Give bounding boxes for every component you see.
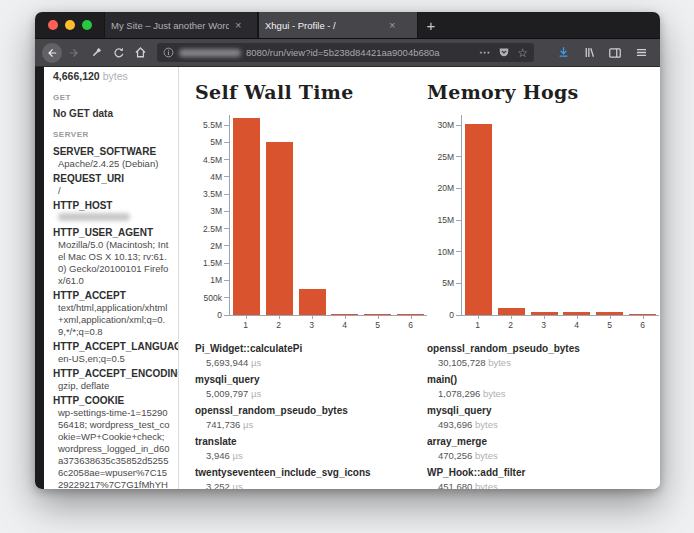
chart-plot-wrap: 123456: [461, 115, 659, 331]
function-value-number: 470,256: [438, 450, 472, 461]
bar[interactable]: [596, 312, 623, 315]
y-axis-tick-label: 4M: [210, 172, 222, 182]
x-axis-tick-label: 5: [593, 316, 626, 331]
developer-tools-button[interactable]: [85, 42, 107, 64]
sidebar-toggle-button[interactable]: [604, 42, 626, 64]
function-list-item: openssl_random_pseudo_bytes741,736 µs: [195, 405, 427, 430]
x-axis-tick-label: 3: [527, 316, 560, 331]
home-icon: [134, 46, 147, 59]
get-section-header: GET: [53, 93, 172, 102]
bar[interactable]: [629, 314, 656, 315]
bar[interactable]: [498, 308, 525, 315]
back-button[interactable]: [41, 42, 63, 64]
forward-button[interactable]: [63, 42, 85, 64]
function-name[interactable]: translate: [195, 436, 427, 448]
bar[interactable]: [364, 314, 391, 315]
window-zoom-button[interactable]: [82, 20, 92, 30]
y-axis-tick-label: 30M: [437, 120, 454, 130]
bar[interactable]: [531, 312, 558, 315]
function-list-item: mysqli_query493,696 bytes: [427, 405, 659, 430]
server-entry-key: HTTP_HOST: [53, 199, 172, 212]
tab-close-icon[interactable]: ×: [235, 19, 241, 31]
window-minimize-button[interactable]: [65, 20, 75, 30]
function-value-number: 30,105,728: [438, 357, 486, 368]
function-value-number: 5,693,944: [206, 357, 248, 368]
server-entries: SERVER_SOFTWAREApache/2.4.25 (Debian)REQ…: [53, 145, 172, 489]
function-list: openssl_random_pseudo_bytes30,105,728 by…: [427, 343, 659, 489]
function-value-unit: bytes: [486, 357, 511, 368]
memory-hogs-section: Memory Hogs 05M10M15M20M25M30M 123456 op…: [427, 73, 659, 489]
window-close-button[interactable]: [48, 20, 58, 30]
x-axis-tick-label: 6: [626, 316, 659, 331]
function-value: 470,256 bytes: [427, 450, 659, 461]
redacted-value-blur: [58, 213, 130, 221]
tab-wordpress-site[interactable]: My Site – Just another WordPress s ×: [104, 12, 258, 38]
function-value: 3,946 µs: [195, 450, 427, 461]
sidebar-icon: [608, 46, 622, 60]
x-axis-tick-label: 2: [494, 316, 527, 331]
function-value: 493,696 bytes: [427, 419, 659, 430]
y-axis-tick-label: 5M: [442, 278, 454, 288]
new-tab-button[interactable]: +: [418, 12, 444, 38]
function-name[interactable]: mysqli_query: [427, 405, 659, 417]
home-button[interactable]: [129, 42, 151, 64]
x-axis-tick-label: 3: [295, 316, 328, 331]
function-list: Pi_Widget::calculatePi5,693,944 µsmysqli…: [195, 343, 427, 489]
hamburger-menu-icon: [635, 46, 648, 59]
bar[interactable]: [266, 142, 293, 315]
function-name[interactable]: twentyseventeen_include_svg_icons: [195, 467, 427, 479]
tab-close-icon[interactable]: ×: [389, 19, 395, 31]
y-axis-tick-label: 25M: [437, 152, 454, 162]
x-axis-tick-label: 6: [394, 316, 427, 331]
function-value-number: 1,078,296: [438, 388, 480, 399]
chart-plot-wrap: 123456: [229, 115, 427, 331]
function-name[interactable]: openssl_random_pseudo_bytes: [195, 405, 427, 417]
function-value: 30,105,728 bytes: [427, 357, 659, 368]
bar[interactable]: [331, 314, 358, 315]
server-entry-key: HTTP_USER_AGENT: [53, 226, 172, 239]
server-entry-value: /: [58, 185, 172, 197]
memory-total-value: 4,666,120: [53, 70, 100, 82]
function-name[interactable]: array_merge: [427, 436, 659, 448]
reload-button[interactable]: [107, 42, 129, 64]
library-button[interactable]: [578, 42, 600, 64]
function-name[interactable]: Pi_Widget::calculatePi: [195, 343, 427, 355]
bar[interactable]: [563, 312, 590, 315]
x-axis-tick-label: 4: [560, 316, 593, 331]
bar[interactable]: [465, 124, 492, 315]
server-entry-key: HTTP_ACCEPT_ENCODING: [53, 367, 172, 380]
site-info-icon[interactable]: [163, 44, 174, 62]
page-actions-icon[interactable]: ⋯: [479, 46, 491, 59]
chart-y-axis: 0500k1M1.5M2M2.5M3M3.5M4M4.5M5M5.5M: [195, 115, 229, 315]
function-name[interactable]: WP_Hook::add_filter: [427, 467, 659, 479]
function-value-unit: bytes: [472, 450, 497, 461]
bar[interactable]: [397, 314, 424, 315]
server-entry-value: en-US,en;q=0.5: [58, 353, 172, 365]
x-axis-tick-label: 4: [328, 316, 361, 331]
bookmark-star-icon[interactable]: ☆: [517, 47, 528, 59]
tab-bar: My Site – Just another WordPress s × Xhg…: [35, 12, 660, 39]
tab-xhgui-profile[interactable]: Xhgui - Profile - / ×: [258, 12, 418, 38]
function-value: 741,736 µs: [195, 419, 427, 430]
function-name[interactable]: main(): [427, 374, 659, 386]
y-axis-tick-label: 1M: [210, 275, 222, 285]
function-list-item: translate3,946 µs: [195, 436, 427, 461]
request-sidebar: 4,666,120 bytes GET No GET data SERVER S…: [44, 67, 179, 489]
chart-title: Memory Hogs: [427, 81, 659, 103]
y-axis-tick-label: 0: [449, 310, 454, 320]
bar[interactable]: [299, 289, 326, 315]
function-name[interactable]: mysqli_query: [195, 374, 427, 386]
downloads-button[interactable]: [552, 42, 574, 64]
url-bar[interactable]: 8080/run/view?id=5b238d84421aa9004b680a …: [157, 43, 534, 62]
y-axis-tick-label: 3.5M: [203, 189, 222, 199]
download-icon: [557, 46, 570, 59]
menu-button[interactable]: [630, 42, 652, 64]
bar[interactable]: [233, 118, 260, 315]
tab-title: Xhgui - Profile - /: [265, 20, 383, 31]
function-value-number: 5,009,797: [206, 388, 248, 399]
server-entry-value: Mozilla/5.0 (Macintosh; Intel Mac OS X 1…: [58, 239, 172, 287]
pocket-icon[interactable]: [498, 44, 510, 62]
url-bar-actions: ⋯ ☆: [479, 44, 528, 62]
function-list-item: mysqli_query5,009,797 µs: [195, 374, 427, 399]
function-name[interactable]: openssl_random_pseudo_bytes: [427, 343, 659, 355]
